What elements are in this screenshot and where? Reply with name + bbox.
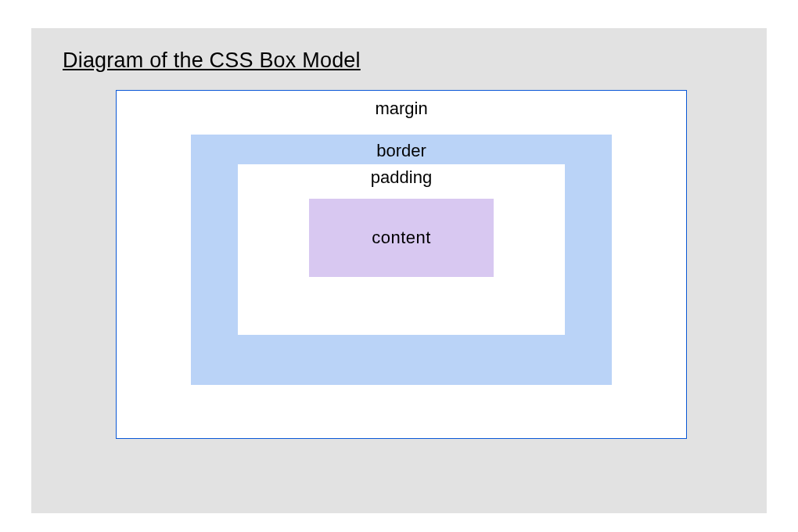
diagram-panel: Diagram of the CSS Box Model margin bord… [31, 28, 767, 513]
content-label: content [372, 228, 431, 248]
padding-label: padding [238, 167, 565, 188]
border-label: border [191, 141, 612, 161]
margin-label: margin [117, 99, 686, 119]
margin-box: margin border padding content [116, 90, 687, 439]
content-box: content [309, 199, 494, 277]
diagram-title: Diagram of the CSS Box Model [63, 49, 735, 73]
border-box: border padding content [191, 135, 612, 385]
padding-box: padding content [238, 164, 565, 335]
